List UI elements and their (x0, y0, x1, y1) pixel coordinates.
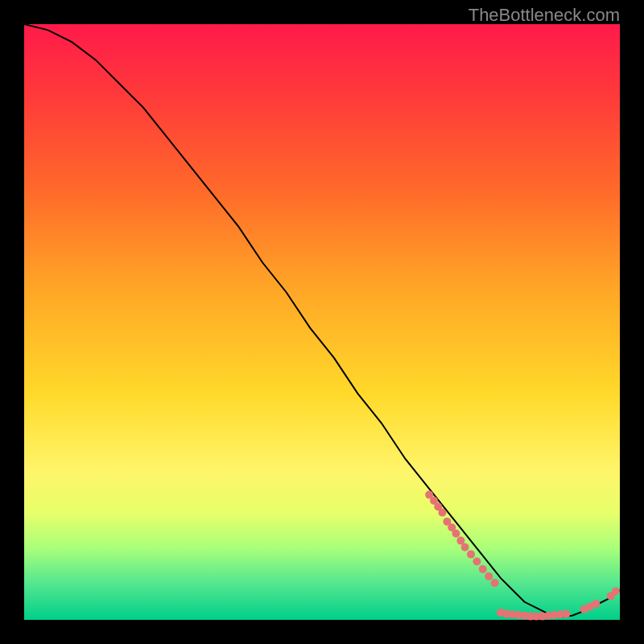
sample-point (491, 579, 499, 587)
chart-area (24, 24, 620, 620)
sample-point (562, 610, 570, 618)
sample-point (592, 600, 600, 608)
sample-point (467, 551, 475, 559)
watermark-text: TheBottleneck.com (469, 5, 620, 26)
chart-svg (24, 24, 620, 620)
bottleneck-curve (24, 24, 620, 617)
sample-point (485, 572, 493, 580)
sample-point (461, 543, 469, 551)
sample-point (612, 588, 620, 596)
sample-point (479, 565, 487, 573)
sample-point (439, 509, 447, 517)
sample-point (452, 530, 460, 538)
sample-point (473, 558, 481, 566)
